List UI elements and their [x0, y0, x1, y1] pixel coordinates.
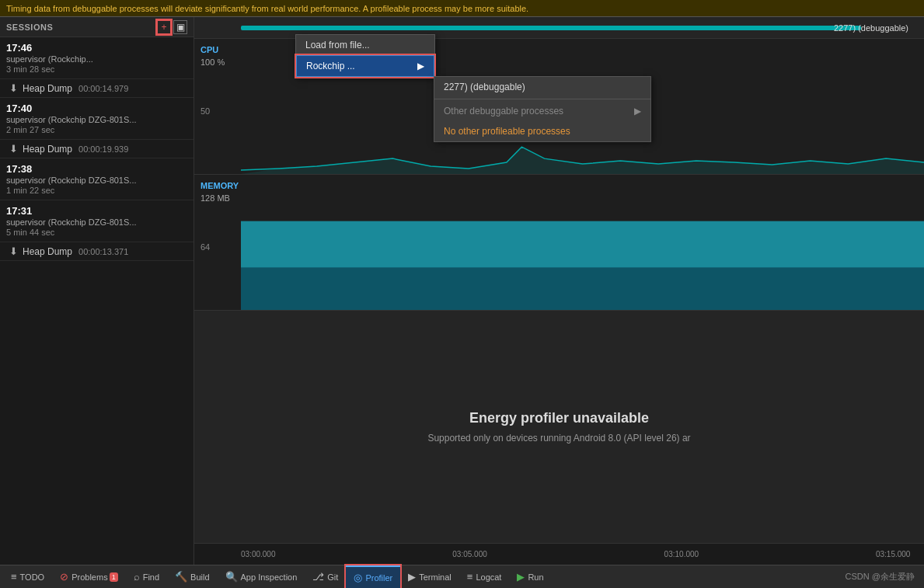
process-label: 2277) (debuggable)	[834, 23, 908, 33]
cpu-label: CPU	[200, 45, 218, 54]
session-item-1740[interactable]: 17:40 supervisor (Rockchip DZG-801S... 2…	[0, 98, 194, 140]
find-label: Find	[143, 572, 159, 582]
memory-label: MEMORY	[200, 181, 239, 190]
cpu-mid-value: 50	[200, 106, 210, 116]
heap-time-1: 00:00:14.979	[78, 84, 128, 93]
session-time-3: 17:38	[6, 163, 187, 175]
timeline-label-3: 03:10.000	[664, 550, 699, 558]
sessions-title: SESSIONS	[6, 23, 155, 32]
toolbar-problems[interactable]: ⊘ Problems 1	[52, 565, 125, 588]
timeline-label-1: 03:00.000	[241, 550, 276, 558]
cpu-max-value: 100 %	[200, 57, 225, 67]
heap-label-2: Heap Dump	[23, 144, 72, 155]
bottom-toolbar: ≡ TODO ⊘ Problems 1 ⌕ Find 🔨 Build 🔍 App…	[0, 565, 924, 588]
session-duration-2: 2 min 27 sec	[6, 125, 187, 134]
toolbar-logcat[interactable]: ≡ Logcat	[459, 565, 510, 588]
dropdown-overlay: Load from file... Rockchip ... ▶ 2277) (…	[295, 34, 435, 78]
timeline-label-4: 03:15.000	[876, 550, 911, 558]
heap-dump-item-4[interactable]: ⬇ Heap Dump 00:00:13.371	[0, 242, 194, 261]
process-teal-bar	[241, 26, 861, 30]
timeline-bar: 03:00.000 03:05.000 03:10.000 03:15.000	[194, 543, 924, 565]
toolbar-right-text: CSDN @余生爱静	[846, 571, 921, 583]
find-icon: ⌕	[134, 571, 140, 583]
memory-graph	[241, 175, 924, 310]
load-from-file-item[interactable]: Load from file...	[296, 35, 434, 55]
toolbar-run[interactable]: ▶ Run	[509, 565, 551, 588]
heap-icon-4: ⬇	[9, 245, 18, 257]
heap-time-2: 00:00:19.939	[78, 144, 128, 154]
profiler-icon: ◎	[354, 572, 362, 583]
session-item-1731[interactable]: 17:31 supervisor (Rockchip DZG-801S... 5…	[0, 200, 194, 242]
sidebar: SESSIONS + ▣ 17:46 supervisor (Rockchip.…	[0, 17, 194, 565]
session-device-2: supervisor (Rockchip DZG-801S...	[6, 115, 187, 124]
submenu-divider	[434, 99, 650, 99]
toolbar-todo[interactable]: ≡ TODO	[3, 565, 52, 588]
toolbar-terminal[interactable]: ▶ Terminal	[400, 565, 459, 588]
toolbar-find[interactable]: ⌕ Find	[126, 565, 167, 588]
problems-icon: ⊘	[60, 571, 68, 583]
main-layout: SESSIONS + ▣ 17:46 supervisor (Rockchip.…	[0, 17, 924, 565]
submenu-arrow: ▶	[417, 61, 424, 71]
heap-time-4: 00:00:13.371	[78, 247, 128, 256]
session-device-4: supervisor (Rockchip DZG-801S...	[6, 217, 187, 227]
session-time-1: 17:46	[6, 42, 187, 54]
other-debuggable-label: Other debuggable processes	[444, 106, 563, 117]
session-device-3: supervisor (Rockchip DZG-801S...	[6, 176, 187, 185]
energy-subtitle: Supported only on devices running Androi…	[427, 433, 690, 444]
session-duration-4: 5 min 44 sec	[6, 228, 187, 237]
heap-label-4: Heap Dump	[23, 246, 72, 257]
memory-section: MEMORY 128 MB 64	[194, 175, 924, 311]
other-debuggable-item[interactable]: Other debuggable processes ▶	[434, 101, 650, 121]
toolbar-git[interactable]: ⎇ Git	[305, 565, 346, 588]
session-duration-3: 1 min 22 sec	[6, 186, 187, 195]
square-button[interactable]: ▣	[173, 20, 187, 34]
memory-mid-value: 64	[200, 242, 210, 252]
warning-text: Timing data from debuggable processes wi…	[6, 4, 528, 13]
process-item[interactable]: 2277) (debuggable)	[434, 77, 650, 97]
run-label: Run	[528, 572, 543, 582]
session-time-2: 17:40	[6, 103, 187, 114]
rockchip-label: Rockchip ...	[306, 61, 355, 71]
rockchip-item[interactable]: Rockchip ... ▶ 2277) (debuggable) Other …	[296, 55, 434, 77]
heap-icon-1: ⬇	[9, 82, 18, 94]
heap-dump-item-2[interactable]: ⬇ Heap Dump 00:00:19.939	[0, 140, 194, 158]
memory-max-value: 128 MB	[200, 193, 230, 203]
session-time-4: 17:31	[6, 205, 187, 217]
logcat-label: Logcat	[476, 572, 501, 582]
build-label: Build	[190, 572, 209, 582]
session-device-1: supervisor (Rockchip...	[6, 54, 187, 64]
timeline-label-2: 03:05.000	[452, 550, 487, 558]
heap-icon-2: ⬇	[9, 143, 18, 155]
todo-icon: ≡	[11, 571, 17, 583]
add-session-button[interactable]: +	[157, 20, 171, 34]
dropdown-menu: Load from file... Rockchip ... ▶ 2277) (…	[295, 34, 435, 78]
main-content: 2277) (debuggable) CPU 100 % 50 MEMORY 1…	[194, 17, 924, 565]
heap-dump-item-1[interactable]: ⬇ Heap Dump 00:00:14.979	[0, 79, 194, 98]
no-profileable-item: No other profileable processes	[434, 121, 650, 141]
app-inspection-icon: 🔍	[225, 571, 238, 583]
no-profileable-label: No other profileable processes	[444, 126, 570, 137]
git-icon: ⎇	[312, 571, 324, 583]
svg-rect-1	[241, 267, 924, 310]
toolbar-build[interactable]: 🔨 Build	[167, 565, 217, 588]
logcat-icon: ≡	[467, 571, 473, 583]
session-item-1746[interactable]: 17:46 supervisor (Rockchip... 3 min 28 s…	[0, 37, 194, 79]
terminal-icon: ▶	[408, 571, 416, 583]
process-submenu: 2277) (debuggable) Other debuggable proc…	[434, 76, 651, 142]
heap-label-1: Heap Dump	[23, 83, 72, 94]
problems-label: Problems	[71, 572, 107, 582]
toolbar-profiler[interactable]: ◎ Profiler	[346, 565, 400, 588]
problems-badge: 1	[110, 572, 118, 582]
build-icon: 🔨	[175, 571, 187, 583]
warning-bar: Timing data from debuggable processes wi…	[0, 0, 924, 17]
terminal-label: Terminal	[419, 572, 452, 582]
toolbar-app-inspection[interactable]: 🔍 App Inspection	[218, 565, 305, 588]
sidebar-header: SESSIONS + ▣	[0, 17, 194, 37]
git-label: Git	[327, 572, 338, 582]
submenu-arrow-2: ▶	[634, 106, 641, 117]
process-name: 2277) (debuggable)	[444, 82, 525, 92]
session-item-1738[interactable]: 17:38 supervisor (Rockchip DZG-801S... 1…	[0, 158, 194, 200]
session-duration-1: 3 min 28 sec	[6, 64, 187, 74]
energy-title: Energy profiler unavailable	[469, 410, 649, 426]
todo-label: TODO	[20, 572, 45, 582]
